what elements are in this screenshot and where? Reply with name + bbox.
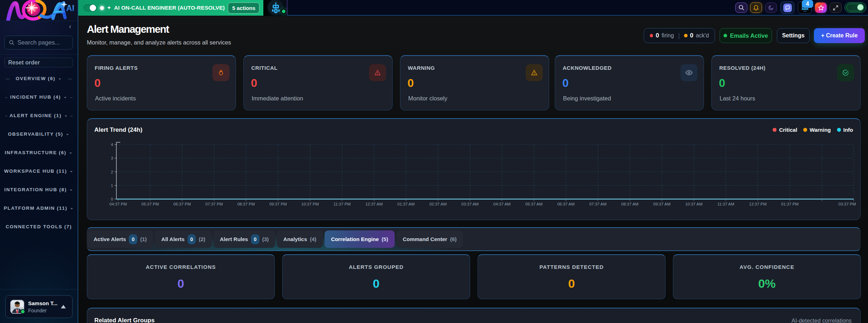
svg-text:01:37 PM: 01:37 PM (781, 202, 799, 206)
svg-text:09:37 PM: 09:37 PM (269, 202, 287, 206)
svg-text:2: 2 (111, 170, 113, 174)
svg-text:07:37 PM: 07:37 PM (205, 202, 223, 206)
svg-text:02:37 AM: 02:37 AM (429, 202, 447, 206)
svg-text:10:37 PM: 10:37 PM (301, 202, 319, 206)
svg-text:0: 0 (111, 197, 113, 201)
svg-text:05:37 AM: 05:37 AM (525, 202, 543, 206)
svg-text:06:37 AM: 06:37 AM (557, 202, 575, 206)
svg-text:08:37 PM: 08:37 PM (237, 202, 255, 206)
svg-text:03:37 PM: 03:37 PM (838, 202, 856, 206)
svg-text:04:37 AM: 04:37 AM (493, 202, 511, 206)
svg-text:1: 1 (111, 183, 113, 188)
svg-text:09:37 AM: 09:37 AM (653, 202, 671, 206)
svg-text:AI: AI (66, 4, 74, 13)
svg-text:08:37 AM: 08:37 AM (621, 202, 639, 206)
svg-text:07:37 AM: 07:37 AM (589, 202, 607, 206)
svg-text:12:37 PM: 12:37 PM (749, 202, 767, 206)
svg-text:06:37 PM: 06:37 PM (173, 202, 191, 206)
svg-text:4: 4 (111, 142, 114, 147)
svg-text:3: 3 (111, 156, 113, 160)
svg-text:10:37 AM: 10:37 AM (685, 202, 703, 206)
svg-text:01:37 AM: 01:37 AM (398, 202, 415, 206)
svg-text:04:37 PM: 04:37 PM (109, 202, 127, 206)
svg-text:11:37 PM: 11:37 PM (333, 202, 351, 206)
svg-text:05:37 PM: 05:37 PM (141, 202, 159, 206)
svg-text:12:37 AM: 12:37 AM (365, 202, 383, 206)
svg-text:11:37 AM: 11:37 AM (717, 202, 735, 206)
svg-text:03:37 AM: 03:37 AM (461, 202, 479, 206)
